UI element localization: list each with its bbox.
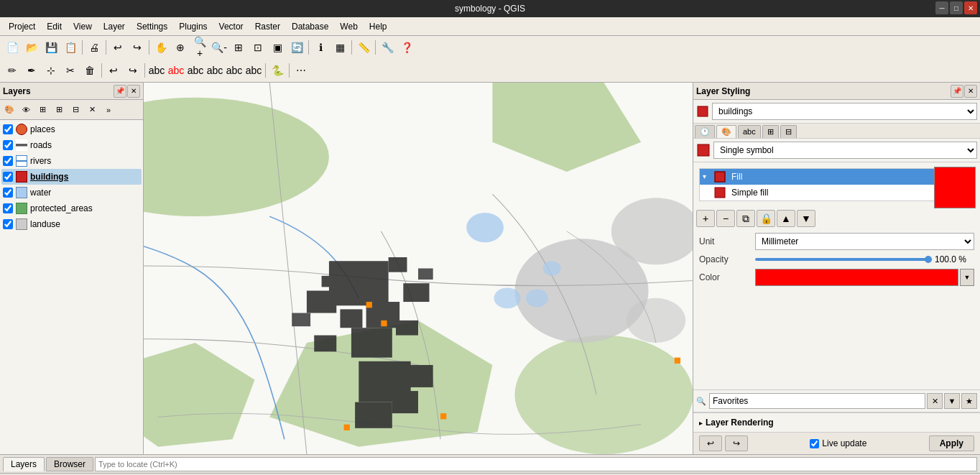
- menu-help[interactable]: Help: [364, 20, 393, 33]
- style-tab-labels[interactable]: abc: [738, 125, 761, 138]
- layer-checkbox-rivers[interactable]: [3, 156, 13, 166]
- save-project-button[interactable]: 💾: [42, 38, 60, 57]
- menu-edit[interactable]: Edit: [41, 20, 68, 33]
- favorites-dropdown-btn[interactable]: ▼: [944, 393, 960, 409]
- layer-selector-dropdown[interactable]: buildings: [712, 103, 977, 120]
- identify-button[interactable]: ℹ: [311, 38, 330, 57]
- expand-all-btn[interactable]: ⊞: [51, 102, 67, 118]
- menu-database[interactable]: Database: [286, 20, 334, 33]
- pan-button[interactable]: ✋: [152, 38, 170, 57]
- node-btn[interactable]: ⊹: [42, 61, 60, 80]
- favorites-star-btn[interactable]: ★: [961, 393, 977, 409]
- minimize-button[interactable]: ─: [935, 1, 948, 14]
- zoom-in-button[interactable]: 🔍+: [190, 38, 209, 57]
- label-btn[interactable]: abc: [147, 61, 166, 80]
- layer-item-water[interactable]: water: [1, 185, 142, 200]
- zoom-full-button[interactable]: ⊞: [229, 38, 248, 57]
- renderer-dropdown[interactable]: Single symbol Categorized Graduated Rule…: [713, 142, 977, 159]
- zoom-to-layer-button[interactable]: ▣: [268, 38, 287, 57]
- styling-panel-pin[interactable]: 📌: [951, 85, 963, 98]
- label6-btn[interactable]: abc: [244, 61, 263, 80]
- menu-view[interactable]: View: [68, 20, 98, 33]
- opacity-slider[interactable]: [755, 258, 932, 261]
- layer-item-landuse[interactable]: landuse: [1, 216, 142, 232]
- layer-item-places[interactable]: places: [1, 121, 142, 137]
- redo2-btn[interactable]: ↪: [124, 61, 142, 80]
- style-tab-fields[interactable]: ⊞: [762, 125, 779, 138]
- live-update-checkbox[interactable]: [810, 439, 819, 448]
- redo-button[interactable]: ↪: [128, 38, 147, 57]
- layer-checkbox-roads[interactable]: [3, 140, 13, 150]
- remove-symbol-button[interactable]: −: [716, 210, 735, 227]
- tab-browser[interactable]: Browser: [46, 457, 93, 471]
- close-button[interactable]: ✕: [964, 1, 977, 14]
- print-button[interactable]: 🖨: [85, 38, 103, 57]
- styling-panel-close[interactable]: ✕: [964, 85, 977, 98]
- layer-checkbox-places[interactable]: [3, 124, 13, 134]
- refresh-button[interactable]: 🔄: [287, 38, 306, 57]
- add-symbol-button[interactable]: +: [696, 210, 715, 227]
- color-dropdown-button[interactable]: ▼: [960, 269, 974, 286]
- layer-checkbox-water[interactable]: [3, 188, 13, 198]
- undo2-btn[interactable]: ↩: [104, 61, 123, 80]
- open-layer-btn[interactable]: 🎨: [1, 102, 17, 118]
- undo-style-button[interactable]: ↩: [699, 435, 722, 451]
- more-btn[interactable]: ⋯: [292, 61, 310, 80]
- label3-btn[interactable]: abc: [186, 61, 205, 80]
- pan-to-selection-button[interactable]: ⊕: [171, 38, 190, 57]
- menu-plugins[interactable]: Plugins: [173, 20, 213, 33]
- favorites-search-input[interactable]: [709, 393, 925, 409]
- python-btn[interactable]: 🐍: [268, 61, 287, 80]
- more-layers-btn[interactable]: »: [101, 102, 116, 118]
- layers-panel-pin[interactable]: 📌: [114, 85, 126, 98]
- style-tab-symbology[interactable]: 🎨: [716, 125, 736, 138]
- apply-button[interactable]: Apply: [929, 435, 974, 451]
- zoom-out-button[interactable]: 🔍-: [210, 38, 228, 57]
- map-canvas[interactable]: [144, 83, 693, 454]
- move-up-button[interactable]: ▲: [777, 210, 795, 227]
- unit-dropdown[interactable]: Millimeter Pixel Point Inch Map unit: [755, 233, 974, 250]
- menu-settings[interactable]: Settings: [131, 20, 173, 33]
- layer-item-rivers[interactable]: rivers: [1, 153, 142, 169]
- symbol-tree-fill[interactable]: ▾ Fill: [700, 169, 974, 185]
- filter-legend-btn[interactable]: 👁: [18, 102, 34, 118]
- color-picker-button[interactable]: [755, 269, 958, 286]
- layer-checkbox-buildings[interactable]: [3, 172, 13, 182]
- help-button[interactable]: ❓: [397, 38, 416, 57]
- layer-item-buildings[interactable]: buildings: [1, 169, 142, 185]
- label4-btn[interactable]: abc: [205, 61, 224, 80]
- layer-checkbox-landuse[interactable]: [3, 219, 13, 229]
- layer-checkbox-protected-areas[interactable]: [3, 203, 13, 213]
- locate-search-input[interactable]: [95, 457, 977, 471]
- label5-btn[interactable]: abc: [225, 61, 244, 80]
- add-filter-btn[interactable]: ⊞: [34, 102, 50, 118]
- layer-rendering-header[interactable]: ▸ Layer Rendering: [699, 416, 974, 429]
- collapse-all-btn[interactable]: ⊟: [68, 102, 83, 118]
- new-project-button[interactable]: 📄: [3, 38, 22, 57]
- edit-btn[interactable]: ✒: [22, 61, 41, 80]
- style-tab-rendering[interactable]: ⊟: [780, 125, 797, 138]
- symbol-tree-simple-fill[interactable]: Simple fill: [700, 185, 974, 200]
- plugins-button[interactable]: 🔧: [378, 38, 397, 57]
- menu-raster[interactable]: Raster: [249, 20, 286, 33]
- clear-favorites-btn[interactable]: ✕: [927, 393, 943, 409]
- delete-btn[interactable]: 🗑: [80, 61, 99, 80]
- open-project-button[interactable]: 📂: [22, 38, 41, 57]
- layer-item-roads[interactable]: roads: [1, 137, 142, 153]
- cut-btn[interactable]: ✂: [61, 61, 80, 80]
- menu-vector[interactable]: Vector: [213, 20, 249, 33]
- select-button[interactable]: ▦: [330, 38, 349, 57]
- menu-project[interactable]: Project: [3, 20, 41, 33]
- menu-layer[interactable]: Layer: [98, 20, 131, 33]
- lock-symbol-button[interactable]: 🔒: [757, 210, 775, 227]
- save-as-button[interactable]: 📋: [61, 38, 80, 57]
- remove-layer-btn[interactable]: ✕: [84, 102, 100, 118]
- layer-item-protected-areas[interactable]: protected_areas: [1, 200, 142, 216]
- duplicate-symbol-button[interactable]: ⧉: [736, 210, 755, 227]
- label2-btn[interactable]: abc: [167, 61, 185, 80]
- move-down-button[interactable]: ▼: [797, 210, 815, 227]
- menu-web[interactable]: Web: [334, 20, 363, 33]
- redo-style-button[interactable]: ↪: [725, 435, 748, 451]
- zoom-to-selection-button[interactable]: ⊡: [249, 38, 267, 57]
- undo-button[interactable]: ↩: [108, 38, 127, 57]
